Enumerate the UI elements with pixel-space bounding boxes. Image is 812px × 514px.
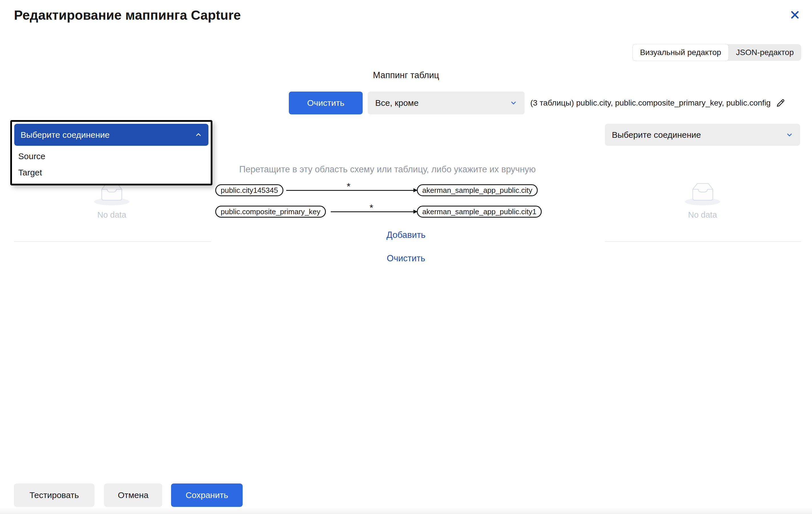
source-table-pill[interactable]: public.city145345 — [215, 184, 283, 196]
mapping-mode-value: Все, кроме — [375, 98, 418, 108]
target-connection-select[interactable]: Выберите соединение — [605, 124, 800, 146]
page-title: Редактирование маппинга Capture — [14, 7, 241, 23]
tab-visual-editor[interactable]: Визуальный редактор — [633, 44, 729, 61]
cardinality-asterisk: * — [370, 202, 373, 213]
tab-json-editor-label: JSON-редактор — [736, 48, 794, 57]
option-target[interactable]: Target — [12, 164, 211, 180]
add-mapping-link[interactable]: Добавить — [0, 230, 812, 240]
option-source[interactable]: Source — [12, 148, 211, 164]
source-connection-options: Source Target — [12, 146, 211, 180]
drop-area-hint: Перетащите в эту область схему или табли… — [215, 164, 560, 175]
selected-tables-summary: (3 таблицы) public.city, public.composit… — [530, 91, 786, 114]
clear-mappings-link[interactable]: Очистить — [0, 253, 812, 263]
test-button[interactable]: Тестировать — [14, 484, 94, 507]
chevron-up-icon — [195, 131, 202, 139]
cancel-button[interactable]: Отмена — [104, 484, 162, 507]
edit-mapping-dialog: Редактирование маппинга Capture Визуальн… — [0, 0, 812, 514]
no-data-label: No data — [671, 210, 734, 220]
close-icon — [790, 10, 800, 20]
source-connection-placeholder: Выберите соединение — [21, 130, 110, 140]
panel-divider — [605, 241, 801, 242]
clear-tables-button[interactable]: Очистить — [289, 91, 362, 114]
mapping-mode-select[interactable]: Все, кроме — [368, 91, 525, 114]
close-button[interactable] — [789, 8, 801, 21]
chevron-down-icon — [510, 99, 517, 107]
selected-tables-text: (3 таблицы) public.city, public.composit… — [530, 98, 771, 108]
cardinality-asterisk: * — [347, 181, 350, 192]
panel-divider — [14, 241, 211, 242]
tab-visual-editor-label: Визуальный редактор — [640, 48, 721, 57]
edit-icon[interactable] — [775, 97, 786, 108]
source-connection-trigger[interactable]: Выберите соединение — [14, 124, 208, 146]
empty-box-icon — [689, 180, 716, 204]
save-button[interactable]: Сохранить — [171, 484, 243, 507]
editor-mode-tabs: Визуальный редактор JSON-редактор — [633, 44, 801, 61]
source-table-pill[interactable]: public.composite_primary_key — [215, 206, 326, 218]
target-table-pill[interactable]: akerman_sample_app_public.city1 — [417, 206, 542, 218]
no-data-label: No data — [80, 210, 143, 220]
target-connection-placeholder: Выберите соединение — [612, 130, 701, 140]
table-mapping-heading: Маппинг таблиц — [0, 70, 812, 80]
tab-json-editor[interactable]: JSON-редактор — [728, 44, 801, 61]
page-bottom-edge — [0, 508, 812, 514]
mapping-arrow — [331, 211, 417, 212]
chevron-down-icon — [786, 131, 793, 139]
source-connection-select: Выберите соединение Source Target — [10, 120, 212, 185]
mapping-arrow — [286, 190, 417, 191]
target-table-pill[interactable]: akerman_sample_app_public.city — [417, 184, 538, 196]
